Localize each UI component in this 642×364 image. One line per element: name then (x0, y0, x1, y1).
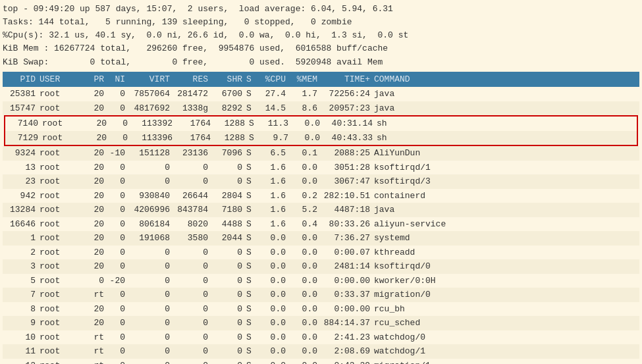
cell-time: 3051:28 (321, 161, 374, 174)
cell-pr: rt (86, 331, 108, 344)
cell-time: 80:33.26 (321, 218, 374, 231)
cell-ni: -20 (108, 274, 129, 288)
cell-user: root (40, 288, 86, 301)
info-section: top - 09:49:20 up 587 days, 15:07, 2 use… (3, 1, 639, 70)
cell-user: root (42, 132, 88, 145)
cell-cpu: 0.0 (258, 260, 290, 273)
cell-pr: 20 (86, 175, 108, 188)
header-mem: %MEM (290, 73, 321, 86)
cell-s: S (246, 175, 258, 188)
cell-cmd: migration/1 (374, 359, 637, 364)
info-line-3: %Cpu(s): 32.1 us, 40.1 sy, 0.0 ni, 26.6 … (3, 29, 639, 42)
table-row: 16646 root 20 0 806184 8020 4488 S 1.6 0… (3, 217, 639, 232)
cell-mem: 0.0 (290, 288, 321, 301)
cell-cpu: 0.0 (258, 331, 290, 344)
cell-cmd: systemd (374, 232, 637, 245)
cell-ni: 0 (108, 190, 129, 203)
cell-pr: rt (86, 288, 108, 301)
cell-shr: 0 (212, 331, 246, 344)
cell-user: root (40, 147, 86, 160)
cell-ni: 0 (108, 175, 129, 188)
table-row: 7140 root 20 0 113392 1764 1288 S 11.3 0… (5, 117, 637, 131)
cell-mem: 0.0 (290, 317, 321, 330)
header-virt: VIRT (129, 73, 174, 86)
cell-pr: 20 (86, 203, 108, 217)
cell-pid: 7129 (8, 132, 42, 145)
cell-pr: 20 (86, 102, 108, 115)
cell-cpu: 6.5 (258, 147, 290, 160)
cell-time: 0:00.07 (321, 246, 374, 259)
cell-pid: 8 (5, 303, 40, 316)
cell-shr: 7180 (212, 203, 246, 217)
cell-ni: 0 (108, 260, 129, 273)
cell-cpu: 1.6 (258, 190, 290, 203)
table-row: 15747 root 20 0 4817692 1338g 8292 S 14.… (3, 101, 639, 116)
cell-cpu: 27.4 (258, 88, 290, 101)
cell-virt: 113396 (132, 132, 176, 145)
cell-shr: 8292 (212, 102, 246, 115)
cell-mem: 0.0 (290, 274, 321, 288)
cell-user: root (40, 246, 86, 259)
cell-mem: 0.4 (290, 218, 321, 231)
table-row: 7129 root 20 0 113396 1764 1288 S 9.7 0.… (5, 131, 637, 145)
cell-shr: 0 (212, 274, 246, 288)
cell-user: root (40, 331, 86, 344)
cell-shr: 0 (212, 161, 246, 174)
cell-time: 20957:23 (321, 102, 374, 115)
cell-time: 0:43.29 (321, 359, 374, 364)
cell-pid: 15747 (5, 102, 40, 115)
cell-pr: 20 (86, 317, 108, 330)
header-pid: PID (5, 73, 40, 86)
cell-pid: 3 (5, 260, 40, 273)
cell-time: 282:10.51 (321, 190, 374, 203)
table-row: 12 root rt 0 0 0 0 S 0.0 0.0 0:43.29 mig… (3, 359, 639, 364)
cell-shr: 0 (212, 260, 246, 273)
cell-shr: 0 (212, 175, 246, 188)
cell-shr: 4488 (212, 218, 246, 231)
cell-cmd: kthreadd (374, 246, 637, 259)
cell-mem: 0.0 (292, 117, 324, 130)
cell-cmd: java (374, 203, 637, 217)
cell-pid: 13 (5, 161, 40, 174)
header-ni: NI (108, 73, 129, 86)
cell-cpu: 14.5 (258, 102, 290, 115)
cell-mem: 0.0 (290, 331, 321, 344)
cell-shr: 2804 (212, 190, 246, 203)
cell-mem: 0.1 (290, 147, 321, 160)
cell-res: 0 (174, 246, 212, 259)
cell-pr: 20 (88, 117, 111, 130)
table-row: 2 root 20 0 0 0 0 S 0.0 0.0 0:00.07 kthr… (3, 246, 639, 260)
cell-user: root (40, 102, 86, 115)
header-time: TIME+ (321, 73, 374, 86)
cell-mem: 5.2 (290, 203, 321, 217)
header-s: S (246, 73, 258, 86)
cell-s: S (249, 132, 261, 145)
cell-pr: 20 (86, 260, 108, 273)
cell-pid: 23 (5, 175, 40, 188)
cell-pr: 20 (86, 147, 108, 160)
cell-res: 26644 (174, 190, 212, 203)
cell-cmd: rcu_sched (374, 317, 637, 330)
cell-user: root (40, 203, 86, 217)
header-cpu: %CPU (258, 73, 290, 86)
cell-time: 2:08.69 (321, 345, 374, 358)
cell-ni: 0 (111, 132, 132, 145)
cell-ni: 0 (108, 331, 129, 344)
cell-res: 1338g (174, 102, 212, 115)
cell-user: root (40, 190, 86, 203)
cell-mem: 0.0 (290, 175, 321, 188)
table-row: 10 root rt 0 0 0 0 S 0.0 0.0 2:41.23 wat… (3, 330, 639, 345)
cell-pid: 7 (5, 288, 40, 301)
info-line-5: KiB Swap: 0 total, 0 free, 0 used. 59209… (3, 56, 639, 69)
cell-pid: 16646 (5, 218, 40, 231)
cell-res: 1764 (176, 117, 215, 130)
cell-time: 0:33.37 (321, 288, 374, 301)
cell-cmd: sh (377, 117, 634, 130)
table-row: 942 root 20 0 930840 26644 2804 S 1.6 0.… (3, 189, 639, 203)
cell-pid: 2 (5, 246, 40, 259)
cell-res: 1764 (176, 132, 215, 145)
cell-ni: 0 (111, 117, 132, 130)
cell-mem: 0.0 (290, 246, 321, 259)
cell-s: S (246, 147, 258, 160)
cell-cmd: kworker/0:0H (374, 274, 637, 288)
